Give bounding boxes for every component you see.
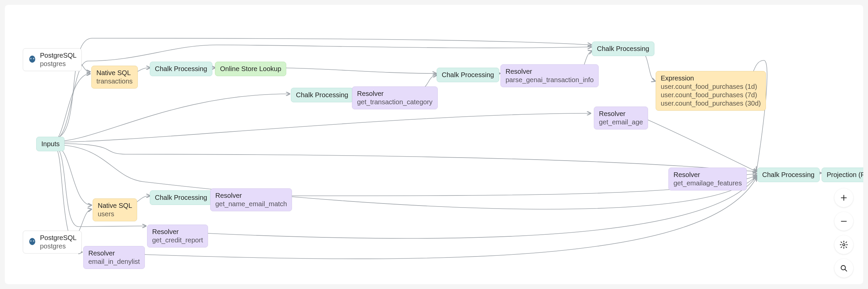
diagram-canvas[interactable]: PostgreSQL postgres PostgreSQL postgres … xyxy=(5,5,863,284)
svg-point-4 xyxy=(33,58,34,59)
postgres-top-title: PostgreSQL xyxy=(40,51,76,60)
expression-line-1: user.count_food_purchases (7d) xyxy=(661,91,761,99)
zoom-in-button[interactable] xyxy=(834,188,853,207)
chalk-processing-3[interactable]: Chalk Processing xyxy=(437,68,499,82)
res-emailage-a-title: Resolver xyxy=(599,110,643,118)
svg-point-3 xyxy=(31,58,31,59)
inputs-node[interactable]: Inputs xyxy=(36,137,64,151)
svg-point-8 xyxy=(31,241,31,241)
settings-button[interactable] xyxy=(834,236,853,254)
cp2-label: Chalk Processing xyxy=(296,91,348,99)
svg-point-5 xyxy=(29,238,35,245)
plus-icon xyxy=(839,193,848,202)
res-nem-sub: get_name_email_match xyxy=(215,200,287,208)
chalk-processing-5[interactable]: Chalk Processing xyxy=(592,42,654,56)
res-parse-title: Resolver xyxy=(505,67,594,76)
resolver-emailage-features[interactable]: Resolver get_emailage_features xyxy=(669,168,747,190)
expression-node[interactable]: Expression user.count_food_purchases (1d… xyxy=(656,71,766,111)
chalk-processing-1[interactable]: Chalk Processing xyxy=(150,62,212,76)
res-credit-title: Resolver xyxy=(152,228,203,236)
resolver-parse-genai[interactable]: Resolver parse_genai_transaction_info xyxy=(500,64,598,87)
projection-final[interactable]: Projection (Final) xyxy=(822,168,863,182)
postgres-top[interactable]: PostgreSQL postgres xyxy=(23,48,82,71)
res-deny-sub: email_in_denylist xyxy=(88,257,140,266)
res-txcat-title: Resolver xyxy=(357,89,433,98)
postgres-bottom-sub: postgres xyxy=(40,242,76,250)
minus-icon xyxy=(839,217,848,226)
gear-icon xyxy=(839,241,848,249)
postgres-bottom[interactable]: PostgreSQL postgres xyxy=(23,231,82,253)
postgres-icon xyxy=(28,238,37,246)
resolver-credit-report[interactable]: Resolver get_credit_report xyxy=(147,225,208,247)
chalk-processing-4[interactable]: Chalk Processing xyxy=(150,190,212,205)
resolver-email-age[interactable]: Resolver get_email_age xyxy=(594,107,648,130)
expression-line-2: user.count_food_purchases (30d) xyxy=(661,99,761,108)
resolver-transaction-category[interactable]: Resolver get_transaction_category xyxy=(352,86,438,109)
native-sql-users-title: Native SQL xyxy=(98,202,132,210)
zoom-out-button[interactable] xyxy=(834,212,853,231)
res-emailage-a-sub: get_email_age xyxy=(599,118,643,127)
projection-label: Projection (Final) xyxy=(827,171,863,178)
res-credit-sub: get_credit_report xyxy=(152,236,203,244)
chalk-processing-2[interactable]: Chalk Processing xyxy=(291,88,353,102)
native-sql-users-sub: users xyxy=(98,210,132,218)
svg-point-9 xyxy=(33,241,34,241)
canvas-toolbar xyxy=(834,188,853,278)
cp4-label: Chalk Processing xyxy=(155,194,207,201)
native-sql-transactions[interactable]: Native SQL transactions xyxy=(91,66,138,88)
search-icon xyxy=(839,264,848,273)
postgres-bottom-title: PostgreSQL xyxy=(40,234,76,242)
svg-point-0 xyxy=(29,56,35,63)
online-store-lookup[interactable]: Online Store Lookup xyxy=(215,62,286,76)
postgres-top-sub: postgres xyxy=(40,60,76,68)
resolver-email-denylist[interactable]: Resolver email_in_denylist xyxy=(83,246,145,269)
edges-layer xyxy=(5,5,863,284)
native-sql-tx-title: Native SQL xyxy=(96,69,133,77)
svg-point-10 xyxy=(843,244,845,246)
cp3-label: Chalk Processing xyxy=(442,71,494,78)
expression-line-0: user.count_food_purchases (1d) xyxy=(661,82,761,91)
res-deny-title: Resolver xyxy=(88,249,140,257)
postgres-icon xyxy=(28,55,37,64)
cp6-label: Chalk Processing xyxy=(762,171,814,178)
inputs-label: Inputs xyxy=(41,140,59,147)
res-txcat-sub: get_transaction_category xyxy=(357,98,433,106)
online-store-label: Online Store Lookup xyxy=(220,65,281,72)
cp1-label: Chalk Processing xyxy=(155,65,207,72)
native-sql-tx-sub: transactions xyxy=(96,77,133,85)
res-emailage-title: Resolver xyxy=(674,171,742,179)
res-nem-title: Resolver xyxy=(215,191,287,200)
resolver-name-email-match[interactable]: Resolver get_name_email_match xyxy=(210,188,292,211)
expression-title: Expression xyxy=(661,74,761,82)
chalk-processing-6[interactable]: Chalk Processing xyxy=(757,168,819,182)
res-parse-sub: parse_genai_transaction_info xyxy=(505,76,594,84)
search-button[interactable] xyxy=(834,259,853,278)
res-emailage-sub: get_emailage_features xyxy=(674,179,742,187)
native-sql-users[interactable]: Native SQL users xyxy=(93,198,137,221)
cp5-label: Chalk Processing xyxy=(597,45,649,52)
